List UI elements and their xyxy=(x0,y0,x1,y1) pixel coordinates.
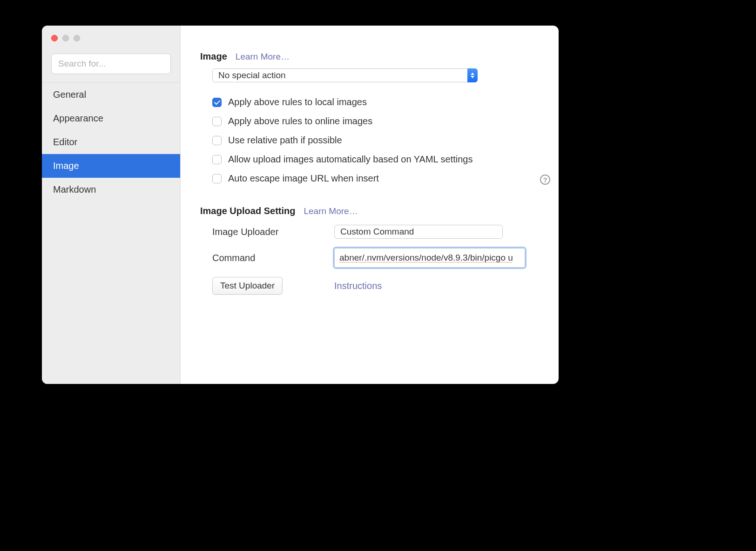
uploader-value: Custom Command xyxy=(340,227,414,237)
help-icon[interactable]: ? xyxy=(540,175,550,185)
search-input[interactable] xyxy=(51,54,171,74)
check-label: Apply above rules to local images xyxy=(228,97,367,108)
command-label: Command xyxy=(212,253,334,263)
image-action-value: No special action xyxy=(218,70,286,81)
checkbox-escape-url[interactable] xyxy=(212,174,222,183)
sidebar-nav: General Appearance Editor Image Markdown xyxy=(42,82,180,202)
image-action-select[interactable]: No special action xyxy=(212,68,478,82)
upload-form: Image Uploader Custom Command Command Te… xyxy=(212,225,540,295)
upload-section-head: Image Upload Setting Learn More… xyxy=(200,206,540,216)
image-action-row: No special action xyxy=(212,68,540,82)
updown-icon xyxy=(467,68,478,82)
checkbox-local-images[interactable] xyxy=(212,98,222,107)
check-row-local-images[interactable]: Apply above rules to local images xyxy=(212,93,540,112)
preferences-window: General Appearance Editor Image Markdown… xyxy=(42,26,559,384)
checkbox-online-images[interactable] xyxy=(212,117,222,126)
checkbox-relative-path[interactable] xyxy=(212,136,222,145)
upload-section: Image Upload Setting Learn More… Image U… xyxy=(200,206,540,295)
upload-learn-more-link[interactable]: Learn More… xyxy=(304,206,358,216)
image-section-head: Image Learn More… xyxy=(200,51,540,62)
instructions-link[interactable]: Instructions xyxy=(334,281,382,291)
check-label: Allow upload images automatically based … xyxy=(228,154,472,165)
check-row-escape-url[interactable]: Auto escape image URL when insert xyxy=(212,169,540,188)
image-learn-more-link[interactable]: Learn More… xyxy=(236,52,290,62)
sidebar-item-appearance[interactable]: Appearance xyxy=(42,107,180,130)
check-row-online-images[interactable]: Apply above rules to online images xyxy=(212,112,540,131)
command-input[interactable] xyxy=(334,248,525,268)
check-label: Auto escape image URL when insert xyxy=(228,173,379,184)
check-row-auto-upload[interactable]: Allow upload images automatically based … xyxy=(212,150,540,169)
sidebar-item-markdown[interactable]: Markdown xyxy=(42,178,180,202)
sidebar: General Appearance Editor Image Markdown xyxy=(42,26,181,384)
upload-section-title: Image Upload Setting xyxy=(200,206,295,216)
close-icon[interactable] xyxy=(51,35,58,41)
uploader-select[interactable]: Custom Command xyxy=(334,225,503,239)
sidebar-item-editor[interactable]: Editor xyxy=(42,130,180,154)
maximize-icon[interactable] xyxy=(74,35,80,41)
image-section-title: Image xyxy=(200,51,227,62)
search-wrap xyxy=(42,51,180,82)
uploader-label: Image Uploader xyxy=(212,227,334,237)
check-row-relative-path[interactable]: Use relative path if possible xyxy=(212,131,540,150)
sidebar-item-image[interactable]: Image xyxy=(42,154,180,178)
check-label: Use relative path if possible xyxy=(228,135,342,146)
test-uploader-button[interactable]: Test Uploader xyxy=(212,277,283,295)
sidebar-item-general[interactable]: General xyxy=(42,83,180,107)
content-pane: Image Learn More… No special action Appl… xyxy=(181,26,559,384)
minimize-icon[interactable] xyxy=(62,35,69,41)
updown-icon xyxy=(414,229,418,235)
checkbox-auto-upload[interactable] xyxy=(212,155,222,164)
image-checkbox-list: Apply above rules to local images Apply … xyxy=(212,93,540,188)
window-titlebar xyxy=(42,26,180,51)
check-label: Apply above rules to online images xyxy=(228,116,372,127)
